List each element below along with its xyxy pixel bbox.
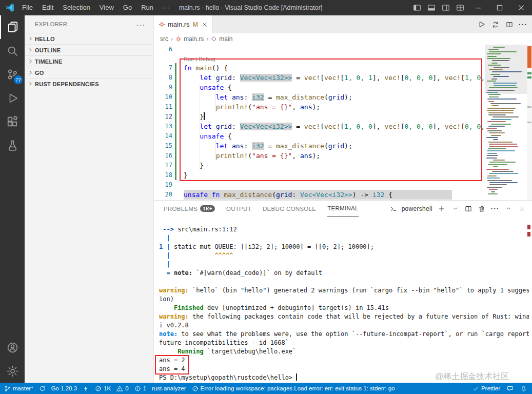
status-workspace-error[interactable]: Error loading workspace: packages.Load e… <box>192 385 395 392</box>
panel-tab-output[interactable]: OUTPUT <box>226 201 251 216</box>
panel-tab-list: PROBLEMS1K+OUTPUTDEBUG CONSOLETERMINAL <box>164 201 370 216</box>
sidebar-section-hello[interactable]: HELLO <box>25 33 153 44</box>
sidebar-section-go[interactable]: GO <box>25 67 153 78</box>
code-editor[interactable]: 6Run | Debug7fn main() {8 let grid: Vec<… <box>154 45 485 200</box>
status-rust-analyzer[interactable]: rust-analyzer <box>152 385 186 391</box>
sidebar-section-rust-dependencies[interactable]: RUST DEPENDENCIES <box>25 78 153 89</box>
activitybar-extensions[interactable] <box>0 110 25 133</box>
sidebar-section-timeline[interactable]: TIMELINE <box>25 55 153 67</box>
toggle-panel-icon[interactable] <box>424 0 439 15</box>
section-label: HELLO <box>35 36 55 42</box>
git-change-bar <box>175 63 176 73</box>
panel-more-icon[interactable]: ··· <box>489 203 501 215</box>
code-text[interactable]: unsafe fn max_distance(grid: Vec<Vec<i32… <box>184 190 452 200</box>
panel-tab-terminal[interactable]: TERMINAL <box>327 201 359 216</box>
close-panel-icon[interactable] <box>516 203 528 215</box>
breadcrumb-main-symbol[interactable]: main <box>211 35 232 43</box>
minimap[interactable] <box>485 45 527 200</box>
status-problems-errors[interactable]: 1K <box>95 385 111 392</box>
maximize-panel-icon[interactable] <box>502 203 515 215</box>
terminal-line: = note: `#[warn(dead_code)]` on by defau… <box>159 269 529 278</box>
terminal-line: warning: `hello` (bin "hello") generated… <box>159 286 529 295</box>
maximize-button[interactable] <box>489 0 510 15</box>
run-file-icon[interactable] <box>475 15 488 33</box>
terminal-line: ans = 2 <box>159 356 529 365</box>
status-feedback[interactable] <box>507 385 514 392</box>
status-problems-warnings[interactable]: 0 <box>116 385 128 392</box>
activitybar-testing[interactable] <box>0 133 25 157</box>
menu-run[interactable]: Run <box>136 0 158 15</box>
tab-label: main.rs <box>168 21 190 28</box>
code-text[interactable]: let grid: Vec<Vec<i32>> = vec![vec![1, 0… <box>184 122 485 131</box>
terminal-profile[interactable]: powershell <box>402 205 432 212</box>
activitybar-search[interactable] <box>0 39 25 63</box>
minimize-button[interactable] <box>467 0 489 15</box>
menu-edit[interactable]: Edit <box>37 0 58 15</box>
code-line: 20unsafe fn max_distance(grid: Vec<Vec<i… <box>154 190 485 200</box>
panel-tab-problems[interactable]: PROBLEMS1K+ <box>164 201 215 216</box>
line-number: 12 <box>154 112 172 122</box>
line-number: 11 <box>154 102 172 112</box>
code-text[interactable]: println!("ans = {}", ans); <box>184 151 320 161</box>
sidebar-section-outline[interactable]: OUTLINE <box>25 44 153 55</box>
code-text[interactable]: unsafe { <box>184 131 232 141</box>
close-tab-icon[interactable] <box>202 22 208 28</box>
menu-more[interactable]: ··· <box>158 0 174 15</box>
kill-terminal-icon[interactable] <box>476 203 488 215</box>
code-text[interactable]: println!("ans = {}", ans); <box>184 102 320 112</box>
code-text[interactable]: let grid: Vec<Vec<i32>> = vec![vec![1, 0… <box>184 73 485 83</box>
minimap-line <box>487 121 506 122</box>
toggle-primary-sidebar-icon[interactable] <box>410 0 424 15</box>
menu-view[interactable]: View <box>95 0 119 15</box>
terminal-output[interactable]: --> src\main.rs:1:12 |1 | static mut QUE… <box>159 225 529 383</box>
minimap-line <box>486 157 497 159</box>
run-or-debug-icon[interactable] <box>488 15 502 33</box>
code-text[interactable]: let ans: i32 = max_distance(grid); <box>184 141 352 151</box>
panel-tab-debug-console[interactable]: DEBUG CONSOLE <box>263 201 316 216</box>
chevron-right-icon: › <box>171 35 173 43</box>
status-go-version[interactable]: Go 1.20.3 <box>51 385 77 391</box>
activitybar-explorer[interactable] <box>0 15 25 39</box>
gutter-decoration <box>172 151 184 161</box>
code-text[interactable]: } <box>184 170 188 180</box>
breadcrumb-src[interactable]: src <box>160 35 168 43</box>
activitybar-source-control[interactable]: 77 <box>0 63 25 86</box>
status-prettier[interactable]: Prettier <box>472 385 500 392</box>
close-window-button[interactable] <box>510 0 532 15</box>
status-notifications[interactable] <box>520 385 527 392</box>
code-line: 12 } <box>154 112 485 122</box>
split-editor-icon[interactable] <box>502 15 516 33</box>
overview-ruler[interactable] <box>527 45 532 200</box>
tab-main-rs[interactable]: main.rs M <box>154 15 213 33</box>
code-text[interactable]: unsafe { <box>184 83 232 92</box>
new-terminal-icon[interactable] <box>436 203 448 215</box>
overview-mark <box>527 106 531 108</box>
status-problems-info[interactable]: 1 <box>134 385 146 392</box>
code-text[interactable]: let ans: i32 = max_distance(grid); <box>184 92 352 102</box>
chevron-right-icon <box>26 80 35 88</box>
status-go-tools[interactable] <box>83 385 89 392</box>
menu-file[interactable]: File <box>17 0 37 15</box>
status-sync[interactable] <box>39 385 46 392</box>
toggle-secondary-sidebar-icon[interactable] <box>439 0 453 15</box>
code-text[interactable]: } <box>184 112 205 122</box>
sidebar-more-actions[interactable]: ··· <box>136 20 145 29</box>
menu-go[interactable]: Go <box>119 0 136 15</box>
activitybar-settings[interactable] <box>0 359 25 383</box>
status-git-branch[interactable]: master* <box>4 385 33 392</box>
minimap-line <box>490 103 521 104</box>
code-text[interactable]: fn main() { <box>184 63 228 73</box>
codelens-run-debug[interactable]: Run | Debug <box>184 56 215 62</box>
split-terminal-icon[interactable] <box>462 203 475 215</box>
code-text[interactable]: } <box>184 161 204 170</box>
more-actions-icon[interactable]: ··· <box>516 15 530 33</box>
terminal-dropdown-icon[interactable] <box>449 203 461 215</box>
indent-guide <box>215 141 216 161</box>
menu-selection[interactable]: Selection <box>58 0 94 15</box>
code-line: 13 let grid: Vec<Vec<i32>> = vec![vec![1… <box>154 122 485 131</box>
minimap-line <box>493 160 505 161</box>
customize-layout-icon[interactable] <box>453 0 467 15</box>
activitybar-run-debug[interactable] <box>0 86 25 110</box>
breadcrumb-main-rs[interactable]: main.rs <box>175 35 204 43</box>
activitybar-account[interactable] <box>0 336 25 359</box>
